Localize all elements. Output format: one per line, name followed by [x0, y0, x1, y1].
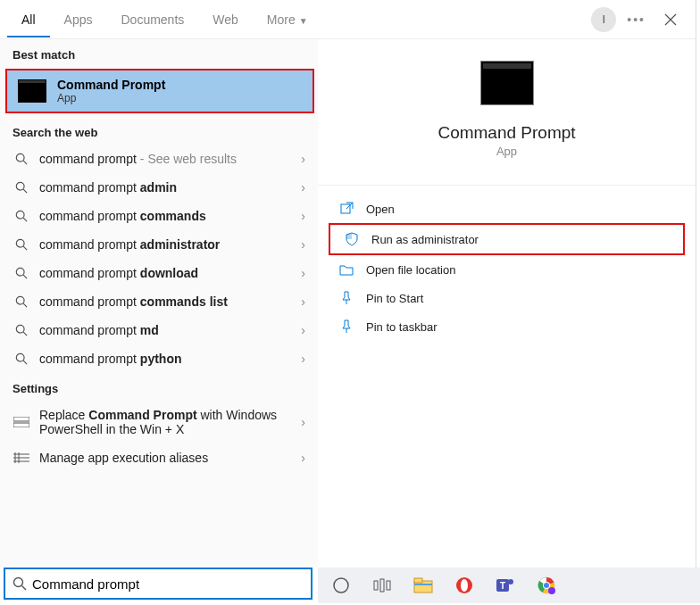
web-result-text: command prompt download — [39, 266, 301, 280]
search-input[interactable] — [32, 576, 304, 592]
chevron-right-icon: › — [301, 152, 305, 166]
svg-line-15 — [23, 332, 27, 336]
chevron-right-icon: › — [301, 451, 305, 465]
command-prompt-icon — [18, 79, 46, 103]
tab-all[interactable]: All — [7, 2, 50, 37]
action-label: Pin to Start — [366, 292, 423, 305]
search-window: All Apps Documents Web More▼ I ••• Best … — [0, 0, 696, 568]
settings-item[interactable]: Manage app execution aliases › — [0, 443, 318, 472]
preview-title: Command Prompt — [438, 123, 575, 143]
avatar[interactable]: I — [591, 7, 616, 32]
more-options-icon[interactable]: ••• — [627, 12, 646, 27]
settings-item-text: Manage app execution aliases — [39, 451, 301, 465]
settings-item-icon — [12, 452, 30, 463]
web-result[interactable]: command prompt - See web results › — [0, 145, 318, 173]
action-pin-to-start[interactable]: Pin to Start — [325, 284, 688, 312]
actions-list: OpenRun as administratorOpen file locati… — [318, 185, 696, 341]
action-run-as-administrator[interactable]: Run as administrator — [329, 223, 685, 255]
svg-point-30 — [334, 578, 348, 593]
web-result-text: command prompt commands list — [39, 294, 301, 309]
svg-line-9 — [23, 246, 27, 250]
web-result[interactable]: command prompt download › — [0, 259, 318, 287]
results-panel: Best match Command Prompt App Search the… — [0, 39, 318, 568]
web-result[interactable]: command prompt admin › — [0, 173, 318, 202]
section-best-match: Best match — [0, 39, 318, 67]
close-icon — [664, 13, 677, 26]
svg-text:T: T — [500, 581, 505, 591]
svg-rect-36 — [414, 584, 432, 585]
settings-item-text: Replace Command Prompt with Windows Powe… — [39, 408, 301, 436]
settings-item[interactable]: Replace Command Prompt with Windows Powe… — [0, 401, 318, 443]
svg-line-11 — [23, 275, 27, 278]
action-label: Run as administrator — [371, 233, 479, 246]
web-result-text: command prompt admin — [39, 180, 301, 195]
chevron-right-icon: › — [301, 415, 305, 429]
svg-rect-32 — [380, 579, 384, 592]
svg-point-2 — [16, 153, 24, 162]
svg-rect-27 — [346, 234, 352, 239]
svg-point-10 — [16, 268, 24, 276]
search-icon — [12, 210, 30, 222]
web-result[interactable]: command prompt commands › — [0, 202, 318, 230]
svg-line-13 — [23, 303, 27, 307]
search-icon — [12, 181, 30, 194]
action-label: Open file location — [366, 263, 455, 277]
teams-icon[interactable]: T — [495, 575, 516, 596]
web-result-text: command prompt commands — [39, 209, 301, 223]
svg-rect-31 — [374, 581, 378, 590]
opera-icon[interactable] — [454, 575, 475, 596]
svg-point-41 — [508, 579, 513, 584]
svg-line-3 — [23, 161, 27, 164]
web-result[interactable]: command prompt commands list › — [0, 287, 318, 316]
action-pin-to-taskbar[interactable]: Pin to taskbar — [325, 312, 688, 341]
preview-panel: Command Prompt App OpenRun as administra… — [318, 39, 696, 568]
chevron-right-icon: › — [301, 237, 305, 252]
preview-subtitle: App — [496, 145, 517, 158]
open-icon — [338, 202, 355, 216]
svg-point-6 — [16, 211, 24, 219]
svg-rect-33 — [387, 581, 390, 590]
file-explorer-icon[interactable] — [412, 575, 434, 596]
search-icon — [12, 295, 30, 308]
pin-icon — [338, 291, 355, 305]
action-open[interactable]: Open — [325, 195, 688, 223]
chevron-right-icon: › — [301, 323, 305, 337]
chevron-right-icon: › — [301, 266, 305, 280]
tab-apps[interactable]: Apps — [50, 2, 107, 37]
web-result-text: command prompt md — [39, 323, 301, 337]
taskbar: T — [318, 568, 700, 603]
section-search-web: Search the web — [0, 117, 318, 145]
header-tabs: All Apps Documents Web More▼ I ••• — [0, 0, 696, 39]
best-match-result[interactable]: Command Prompt App — [5, 69, 314, 113]
svg-rect-18 — [13, 417, 29, 421]
search-icon — [12, 324, 30, 336]
search-icon — [12, 153, 30, 165]
settings-item-icon — [12, 417, 30, 427]
svg-point-28 — [14, 578, 23, 587]
chevron-down-icon: ▼ — [299, 16, 308, 26]
svg-point-38 — [461, 579, 468, 592]
svg-line-7 — [23, 218, 27, 221]
svg-point-14 — [16, 325, 24, 333]
tab-documents[interactable]: Documents — [106, 2, 198, 37]
search-input-container[interactable] — [4, 568, 312, 600]
web-result-text: command prompt python — [39, 352, 301, 366]
action-open-file-location[interactable]: Open file location — [325, 255, 688, 284]
close-button[interactable] — [656, 5, 685, 34]
svg-point-16 — [16, 353, 24, 361]
web-result[interactable]: command prompt python › — [0, 344, 318, 373]
pin-icon — [338, 319, 355, 334]
svg-line-17 — [23, 361, 27, 364]
task-view-icon[interactable] — [371, 575, 393, 596]
best-match-subtitle: App — [57, 92, 165, 104]
chrome-icon[interactable] — [536, 575, 557, 596]
web-result[interactable]: command prompt administrator › — [0, 230, 318, 259]
action-label: Open — [366, 203, 395, 216]
shield-icon — [343, 232, 361, 246]
svg-point-45 — [548, 587, 555, 594]
cortana-icon[interactable] — [330, 575, 352, 596]
web-result[interactable]: command prompt md › — [0, 316, 318, 344]
svg-rect-25 — [341, 204, 350, 213]
tab-web[interactable]: Web — [198, 2, 253, 37]
tab-more[interactable]: More▼ — [253, 2, 322, 37]
